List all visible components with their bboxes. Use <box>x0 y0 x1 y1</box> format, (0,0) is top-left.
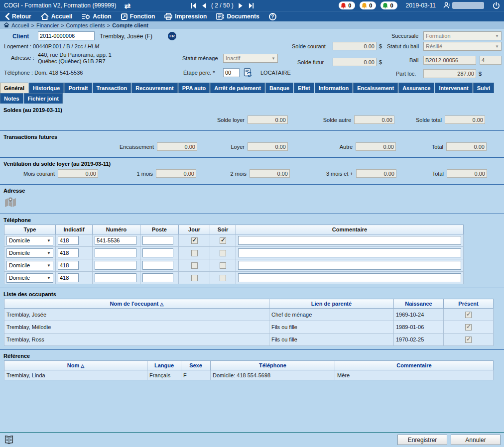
breadcrumb-home-icon[interactable] <box>3 22 9 28</box>
phone-type-select[interactable]: Domicile▼ <box>6 273 53 283</box>
col-telephone[interactable]: Téléphone <box>211 361 335 370</box>
last-record-icon[interactable] <box>248 2 254 9</box>
occupant-row[interactable]: Tremblay, Ross Fils ou fille 1970-02-25 <box>4 334 494 346</box>
reference-row[interactable]: Tremblay, Linda Français F Domicile: 418… <box>4 370 494 380</box>
col-naissance[interactable]: Naissance <box>394 299 444 309</box>
occupant-row[interactable]: Tremblay, Josée Chef de ménage 1969-10-2… <box>4 309 494 321</box>
logement-hlm: HLM <box>88 43 99 49</box>
soir-checkbox[interactable] <box>220 262 226 269</box>
sync-icon[interactable]: ⇄ <box>124 2 130 9</box>
tab-ppa-auto[interactable]: PPA auto <box>178 83 210 93</box>
cancel-button[interactable]: Annuler <box>451 435 501 445</box>
crumb-comptes-clients[interactable]: Comptes clients <box>66 22 105 28</box>
tab-effet[interactable]: Effet <box>294 83 314 93</box>
indicatif-input[interactable] <box>58 273 79 282</box>
logout-power-icon[interactable] <box>493 2 500 9</box>
reference-header-row: Nom △ Langue Sexe Téléphone Commentaire <box>4 361 494 370</box>
col-sexe[interactable]: Sexe <box>181 361 211 370</box>
soir-checkbox[interactable] <box>220 275 226 281</box>
crumb-separator: > <box>31 22 34 28</box>
phone-type-select[interactable]: Domicile▼ <box>6 236 53 245</box>
menu-action[interactable]: Action <box>82 13 111 20</box>
tab-assurance[interactable]: Assurance <box>398 83 434 93</box>
breadcrumb: Accueil > Financier > Comptes clients > … <box>0 21 504 29</box>
alert-badge-red[interactable]: 0 <box>339 1 355 9</box>
numero-input[interactable] <box>95 261 136 270</box>
menu-retour[interactable]: Retour <box>5 13 31 20</box>
section-divider <box>0 214 504 214</box>
poste-input[interactable] <box>142 273 173 282</box>
numero-input[interactable] <box>95 236 136 245</box>
poste-input[interactable] <box>142 236 173 245</box>
bell-yellow-icon <box>362 2 367 8</box>
soir-checkbox[interactable] <box>220 250 226 256</box>
succursale-select[interactable]: Formation▼ <box>423 31 502 40</box>
indicatif-input[interactable] <box>58 248 79 257</box>
commentaire-input[interactable] <box>238 273 461 282</box>
tab-arret-de-paiement[interactable]: Arrêt de paiement <box>210 83 265 93</box>
numero-input[interactable] <box>95 273 136 282</box>
first-record-icon[interactable] <box>190 2 197 9</box>
tab-general[interactable]: Général <box>0 83 28 93</box>
tab-transaction[interactable]: Transaction <box>93 83 131 93</box>
tab-historique[interactable]: Historique <box>29 83 64 93</box>
jour-checkbox[interactable] <box>191 237 198 244</box>
reference-commentaire-cell: Mère <box>335 370 494 380</box>
commentaire-input[interactable] <box>238 261 461 270</box>
tab-encaissement[interactable]: Encaissement <box>353 83 398 93</box>
telephone-row: Domicile▼ <box>4 234 464 247</box>
col-langue[interactable]: Langue <box>147 361 181 370</box>
alert-badge-yellow[interactable]: 0 <box>360 1 376 9</box>
tab-portrait[interactable]: Portrait <box>64 83 92 93</box>
phone-type-select[interactable]: Domicile▼ <box>6 261 53 270</box>
help-icon[interactable]: ? <box>269 13 276 20</box>
col-lien-parente[interactable]: Lien de parenté <box>269 299 394 309</box>
phone-type-select[interactable]: Domicile▼ <box>6 248 53 258</box>
indicatif-input[interactable] <box>58 236 79 245</box>
etape-lookup-icon[interactable] <box>244 68 252 77</box>
jour-checkbox[interactable] <box>191 275 198 281</box>
save-button[interactable]: Enregistrer <box>397 435 447 445</box>
previous-record-icon[interactable] <box>201 2 207 9</box>
poste-input[interactable] <box>142 248 173 257</box>
client-number-input[interactable] <box>38 31 95 40</box>
tab-suivi[interactable]: Suivi <box>473 83 494 93</box>
next-record-icon[interactable] <box>238 2 244 9</box>
sort-asc-icon: △ <box>81 363 84 368</box>
commentaire-input[interactable] <box>238 236 461 245</box>
jour-checkbox[interactable] <box>191 262 198 269</box>
statut-menage-select[interactable]: Inactif▼ <box>223 54 278 63</box>
user-menu[interactable] <box>443 2 484 9</box>
tab-fichier-joint[interactable]: Fichier joint <box>24 93 63 104</box>
col-present[interactable]: Présent <box>444 299 494 309</box>
menu-fonction[interactable]: ↗ Fonction <box>121 13 155 20</box>
col-nom-label: Nom <box>67 362 79 368</box>
col-nom-occupant[interactable]: Nom de l'occupant △ <box>4 299 269 309</box>
col-nom[interactable]: Nom △ <box>4 361 147 370</box>
poste-input[interactable] <box>142 261 173 270</box>
numero-input[interactable] <box>95 248 136 257</box>
tab-banque[interactable]: Banque <box>265 83 293 93</box>
menu-documents[interactable]: Documents <box>216 13 259 20</box>
alert-badge-green[interactable]: 0 <box>380 1 397 9</box>
tab-notes[interactable]: Notes <box>0 93 23 104</box>
tab-information[interactable]: Information <box>315 83 353 93</box>
tab-recouvrement[interactable]: Recouvrement <box>131 83 177 93</box>
home-icon <box>41 13 49 20</box>
soir-checkbox[interactable] <box>220 237 226 244</box>
menu-impression[interactable]: Impression <box>164 13 207 20</box>
commentaire-input[interactable] <box>238 248 461 257</box>
col-commentaire-ref[interactable]: Commentaire <box>335 361 494 370</box>
etape-perc-input[interactable] <box>223 68 240 77</box>
tab-intervenant[interactable]: Intervenant <box>435 83 472 93</box>
open-book-icon[interactable] <box>3 435 14 445</box>
indicatif-input[interactable] <box>58 261 79 270</box>
bell-red-icon <box>341 2 346 8</box>
menu-accueil[interactable]: Accueil <box>41 13 73 20</box>
map-icon[interactable] <box>4 196 17 209</box>
occupant-row[interactable]: Tremblay, Mélodie Fils ou fille 1989-01-… <box>4 321 494 334</box>
statut-bail-select[interactable]: Résilié▼ <box>423 42 502 51</box>
crumb-financier[interactable]: Financier <box>36 22 59 28</box>
jour-checkbox[interactable] <box>191 250 198 256</box>
crumb-accueil[interactable]: Accueil <box>11 22 29 28</box>
